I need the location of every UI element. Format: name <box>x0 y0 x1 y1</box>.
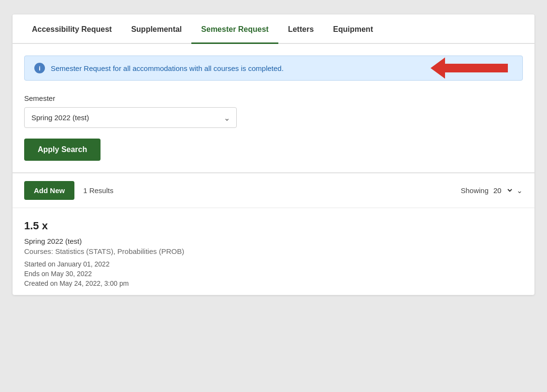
tab-bar: Accessibility Request Supplemental Semes… <box>13 14 534 44</box>
main-card: Accessibility Request Supplemental Semes… <box>13 14 534 295</box>
tab-equipment[interactable]: Equipment <box>323 14 383 44</box>
result-multiplier: 1.5 x <box>24 220 523 232</box>
arrow-indicator <box>431 57 508 79</box>
tab-supplemental[interactable]: Supplemental <box>121 14 191 44</box>
apply-search-button[interactable]: Apply Search <box>24 139 101 161</box>
result-started-date: Started on January 01, 2022 <box>24 260 523 268</box>
info-icon: i <box>34 63 45 73</box>
arrow-head <box>431 57 445 79</box>
filter-section: Semester Spring 2022 (test) Fall 2021 Su… <box>13 81 534 172</box>
result-courses: Courses: Statistics (STATS), Probabiliti… <box>24 247 523 255</box>
chevron-down-icon-showing: ⌄ <box>517 186 523 195</box>
tab-semester-request[interactable]: Semester Request <box>191 14 278 44</box>
results-bar: Add New 1 Results Showing 20 50 100 ⌄ <box>13 173 534 208</box>
result-ends-date: Ends on May 30, 2022 <box>24 270 523 278</box>
showing-label: Showing <box>461 186 489 195</box>
tab-letters[interactable]: Letters <box>278 14 323 44</box>
showing-select[interactable]: 20 50 100 <box>491 186 514 195</box>
semester-select[interactable]: Spring 2022 (test) Fall 2021 Summer 2022 <box>24 107 237 128</box>
arrow-body <box>445 64 508 72</box>
tab-accessibility-request[interactable]: Accessibility Request <box>22 14 121 44</box>
semester-label: Semester <box>24 94 523 102</box>
results-count: 1 Results <box>83 186 452 195</box>
add-new-button[interactable]: Add New <box>24 181 74 200</box>
result-semester: Spring 2022 (test) <box>24 237 523 245</box>
result-item: 1.5 x Spring 2022 (test) Courses: Statis… <box>13 208 534 295</box>
info-banner: i Semester Request for all accommodation… <box>24 56 523 81</box>
semester-select-wrapper: Spring 2022 (test) Fall 2021 Summer 2022… <box>24 107 237 128</box>
result-created-date: Created on May 24, 2022, 3:00 pm <box>24 280 523 287</box>
showing-wrapper: Showing 20 50 100 ⌄ <box>461 186 523 195</box>
